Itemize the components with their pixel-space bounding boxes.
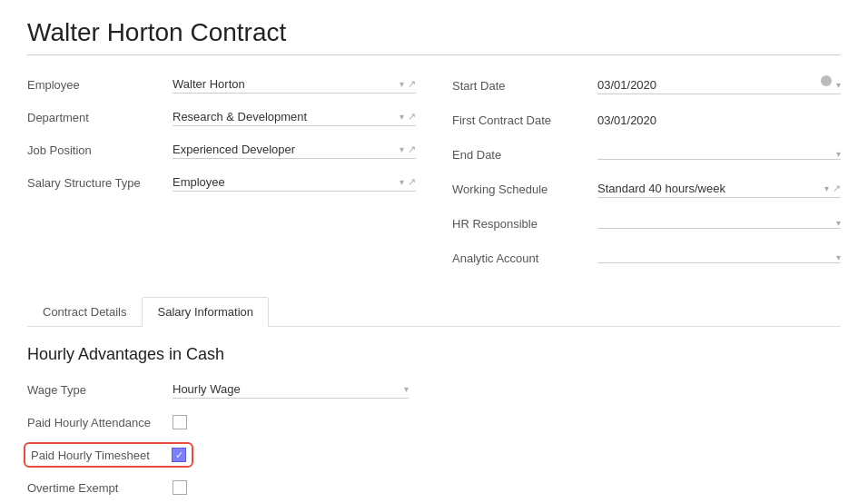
department-label: Department [27,111,173,124]
paid-hourly-timesheet-row: Paid Hourly Timesheet ✓ [27,442,841,468]
end-date-field[interactable]: ▾ [597,149,841,160]
tabs-bar: Contract Details Salary Information [27,297,841,327]
tab-salary-information[interactable]: Salary Information [142,297,269,327]
first-contract-field: 03/01/2020 [597,112,841,129]
working-schedule-row: Working Schedule Standard 40 hours/week … [452,175,841,202]
working-schedule-dropdown-icon[interactable]: ▾ [824,183,829,193]
paid-hourly-timesheet-check-icon: ✓ [175,450,183,460]
first-contract-row: First Contract Date 03/01/2020 [452,106,841,133]
paid-hourly-timesheet-checkbox-container: ✓ [172,448,186,462]
department-external-link-icon[interactable]: ↗ [408,111,416,123]
tab-contract-details[interactable]: Contract Details [27,297,142,327]
department-field[interactable]: Research & Development ▾ ↗ [173,108,416,126]
title-divider [27,54,841,55]
left-column: Employee Walter Horton ▾ ↗ Department Re… [27,72,416,279]
analytic-account-dropdown-icon[interactable]: ▾ [836,252,841,262]
employee-external-link-icon[interactable]: ↗ [408,78,416,90]
analytic-account-row: Analytic Account ▾ [452,244,841,271]
job-position-label: Job Position [27,143,173,157]
start-date-label: Start Date [452,79,597,93]
overtime-exempt-row: Overtime Exempt [27,475,841,500]
end-date-label: End Date [452,148,597,162]
salary-structure-dropdown-icon[interactable]: ▾ [399,177,404,187]
hr-responsible-row: HR Responsible ▾ [452,210,841,237]
department-dropdown-icon[interactable]: ▾ [399,112,404,122]
first-contract-label: First Contract Date [452,113,597,127]
analytic-account-value [597,256,833,260]
salary-section-title: Hourly Advantages in Cash [27,345,841,364]
start-date-row: Start Date 03/01/2020 ▾ [452,72,841,99]
paid-hourly-timesheet-label: Paid Hourly Timesheet [31,449,172,462]
employee-label: Employee [27,78,173,92]
paid-hourly-timesheet-highlight: Paid Hourly Timesheet ✓ [27,446,190,464]
tab-salary-information-label: Salary Information [157,305,253,319]
hr-responsible-label: HR Responsible [452,217,597,231]
page-title: Walter Horton Contract [27,18,841,47]
job-position-field[interactable]: Experienced Developer ▾ ↗ [173,141,416,159]
end-date-row: End Date ▾ [452,141,841,168]
wage-type-value: Hourly Wage [173,380,400,398]
right-column: Start Date 03/01/2020 ▾ First Contract D… [452,72,841,279]
working-schedule-external-link-icon[interactable]: ↗ [833,182,841,194]
salary-structure-field[interactable]: Employee ▾ ↗ [173,173,416,192]
overtime-exempt-label: Overtime Exempt [27,481,173,495]
working-schedule-label: Working Schedule [452,182,597,196]
form-section: Employee Walter Horton ▾ ↗ Department Re… [27,72,841,279]
hr-responsible-field[interactable]: ▾ [597,218,841,229]
paid-hourly-attendance-label: Paid Hourly Attendance [27,416,173,429]
job-position-value: Experienced Developer [173,141,396,158]
salary-structure-row: Salary Structure Type Employee ▾ ↗ [27,170,416,195]
department-row: Department Research & Development ▾ ↗ [27,104,416,130]
employee-row: Employee Walter Horton ▾ ↗ [27,72,416,97]
wage-type-field[interactable]: Hourly Wage ▾ [173,380,409,399]
job-position-dropdown-icon[interactable]: ▾ [399,144,404,154]
job-position-external-link-icon[interactable]: ↗ [408,143,416,155]
paid-hourly-timesheet-checkbox[interactable]: ✓ [172,448,186,462]
working-schedule-value: Standard 40 hours/week [597,180,821,197]
overtime-exempt-checkbox[interactable] [173,480,187,495]
start-date-field[interactable]: 03/01/2020 ▾ [597,76,841,94]
job-position-row: Job Position Experienced Developer ▾ ↗ [27,137,416,163]
analytic-account-label: Analytic Account [452,252,597,265]
overtime-exempt-checkbox-container [173,480,187,495]
tab-contract-details-label: Contract Details [43,305,126,319]
wage-type-label: Wage Type [27,383,173,397]
department-value: Research & Development [173,108,396,125]
paid-hourly-attendance-checkbox[interactable] [173,415,187,429]
employee-field[interactable]: Walter Horton ▾ ↗ [173,75,416,94]
paid-hourly-attendance-checkbox-container [173,415,187,429]
employee-value: Walter Horton [173,75,396,93]
salary-information-content: Hourly Advantages in Cash Wage Type Hour… [27,345,841,503]
hr-responsible-dropdown-icon[interactable]: ▾ [836,218,841,228]
salary-structure-value: Employee [173,173,396,191]
salary-structure-external-link-icon[interactable]: ↗ [408,176,416,188]
paid-hourly-attendance-row: Paid Hourly Attendance [27,409,841,435]
wage-type-dropdown-icon[interactable]: ▾ [404,384,409,394]
salary-structure-label: Salary Structure Type [27,176,173,190]
start-date-value: 03/01/2020 [597,76,833,94]
end-date-value [597,153,833,156]
working-schedule-field[interactable]: Standard 40 hours/week ▾ ↗ [597,180,841,198]
end-date-dropdown-icon[interactable]: ▾ [836,149,841,159]
first-contract-value: 03/01/2020 [597,112,841,129]
hr-responsible-value [597,222,833,225]
analytic-account-field[interactable]: ▾ [597,252,841,263]
employee-dropdown-icon[interactable]: ▾ [399,79,404,89]
start-date-dropdown-icon[interactable]: ▾ [836,80,841,90]
wage-type-row: Wage Type Hourly Wage ▾ [27,377,841,402]
